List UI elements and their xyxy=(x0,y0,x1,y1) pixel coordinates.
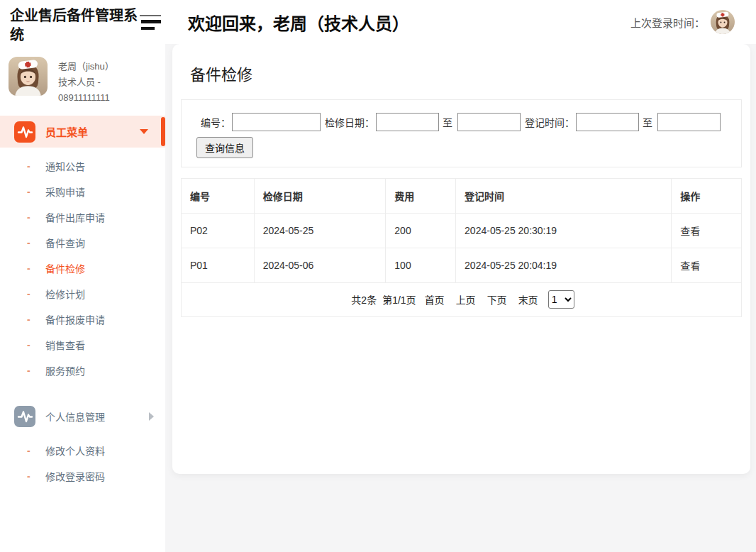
sidebar-item-service-booking[interactable]: - 服务预约 xyxy=(0,358,165,383)
item-dash: - xyxy=(27,314,34,325)
cell-time: 2024-05-25 20:04:19 xyxy=(456,248,672,283)
sidebar-item-label: 采购申请 xyxy=(45,184,85,199)
last-login-label: 上次登录时间： xyxy=(630,15,705,30)
item-dash: - xyxy=(27,339,34,350)
sidebar-item-label: 服务预约 xyxy=(45,363,85,377)
cell-date: 2024-05-06 xyxy=(254,248,386,283)
total-count: 共2条 xyxy=(351,292,377,307)
sidebar-item-parts-maintenance[interactable]: - 备件检修 xyxy=(0,255,165,281)
cell-id: P02 xyxy=(182,214,255,248)
next-page-link[interactable]: 下页 xyxy=(487,292,507,307)
cell-fee: 200 xyxy=(386,214,456,248)
sidebar-item-change-password[interactable]: - 修改登录密码 xyxy=(0,463,165,489)
scrollbar-thumb[interactable] xyxy=(161,117,165,146)
cell-fee: 100 xyxy=(386,248,456,283)
item-dash: - xyxy=(27,211,34,223)
activity-icon xyxy=(14,121,35,143)
sidebar-item-edit-profile[interactable]: - 修改个人资料 xyxy=(0,438,165,463)
menu-toggle-bar xyxy=(141,20,161,23)
item-dash: - xyxy=(27,263,34,274)
sidebar-item-label: 销售查看 xyxy=(45,338,85,352)
user-avatar-image xyxy=(711,10,735,34)
col-date: 检修日期 xyxy=(254,179,386,214)
view-link[interactable]: 查看 xyxy=(680,226,700,237)
sidebar-item-maintenance-plan[interactable]: - 检修计划 xyxy=(0,281,165,307)
query-button[interactable]: 查询信息 xyxy=(196,137,253,158)
col-fee: 费用 xyxy=(386,179,456,214)
id-input[interactable] xyxy=(232,113,321,131)
cell-time: 2024-05-25 20:30:19 xyxy=(456,214,672,248)
menu-toggle-icon[interactable] xyxy=(140,13,162,31)
date-label: 检修日期： xyxy=(325,115,374,129)
sidebar-avatar xyxy=(9,57,48,96)
sidebar-item-label: 备件报废申请 xyxy=(45,312,105,326)
col-action: 操作 xyxy=(672,179,742,214)
view-link[interactable]: 查看 xyxy=(680,260,700,272)
to-label: 至 xyxy=(443,115,452,129)
user-info: 老周（jishu） 技术人员 - 08911111111 xyxy=(0,48,165,108)
item-dash: - xyxy=(27,365,34,376)
sidebar-item-scrap-request[interactable]: - 备件报废申请 xyxy=(0,307,165,332)
user-phone: 08911111111 xyxy=(58,90,114,106)
sidebar-item-label: 修改个人资料 xyxy=(45,443,105,458)
sidebar-item-notice[interactable]: - 通知公告 xyxy=(0,153,165,179)
table-row: P02 2024-05-25 200 2024-05-25 20:30:19 查… xyxy=(182,214,742,248)
sidebar-item-label: 备件检修 xyxy=(45,261,85,275)
sidebar-menu: 员工菜单 - 通知公告 - 采购申请 - 备件出库申请 - 备件查询 - 备件检… xyxy=(0,116,165,489)
table-header-row: 编号 检修日期 费用 登记时间 操作 xyxy=(182,179,742,214)
date-end-input[interactable] xyxy=(457,113,521,131)
menu-section-label: 员工菜单 xyxy=(45,124,88,139)
search-form: 编号： 检修日期： 至 登记时间： 至 查询信息 xyxy=(181,99,742,167)
date-start-input[interactable] xyxy=(376,113,439,131)
page-indicator: 第1/1页 xyxy=(382,292,416,307)
activity-icon xyxy=(14,406,35,427)
welcome-title: 欢迎回来，老周（技术人员） xyxy=(188,10,409,35)
last-page-link[interactable]: 末页 xyxy=(518,292,538,307)
menu-section-label: 个人信息管理 xyxy=(45,409,105,424)
sidebar-item-outbound-request[interactable]: - 备件出库申请 xyxy=(0,204,165,230)
item-dash: - xyxy=(27,288,34,299)
time-start-input[interactable] xyxy=(576,113,639,131)
cell-id: P01 xyxy=(182,248,255,283)
sidebar-item-sales-view[interactable]: - 销售查看 xyxy=(0,332,165,358)
to-label: 至 xyxy=(643,115,652,129)
cell-date: 2024-05-25 xyxy=(254,214,386,248)
sidebar-item-parts-query[interactable]: - 备件查询 xyxy=(0,230,165,255)
sidebar-item-label: 修改登录密码 xyxy=(45,469,105,483)
menu-toggle-bar xyxy=(141,27,155,30)
first-page-link[interactable]: 首页 xyxy=(425,292,445,307)
brand: 企业售后备件管理系统 xyxy=(0,0,165,48)
id-label: 编号： xyxy=(201,115,230,129)
sidebar-item-label: 通知公告 xyxy=(45,159,85,173)
page-select[interactable]: 1 xyxy=(548,290,574,309)
item-dash: - xyxy=(27,160,34,172)
app-title: 企业售后备件管理系统 xyxy=(10,6,138,45)
header-avatar[interactable] xyxy=(711,10,735,34)
sidebar-item-label: 备件出库申请 xyxy=(45,210,105,224)
item-dash: - xyxy=(27,470,34,482)
sidebar-item-purchase-request[interactable]: - 采购申请 xyxy=(0,179,165,204)
sidebar-item-label: 检修计划 xyxy=(45,287,85,301)
menu-section-personal[interactable]: 个人信息管理 xyxy=(0,400,165,432)
chevron-right-icon xyxy=(149,412,154,421)
col-time: 登记时间 xyxy=(456,179,672,214)
item-dash: - xyxy=(27,237,34,248)
item-dash: - xyxy=(27,445,34,456)
maintenance-table: 编号 检修日期 费用 登记时间 操作 P02 2024-05-25 200 20… xyxy=(181,178,742,283)
page-title: 备件检修 xyxy=(190,62,742,84)
prev-page-link[interactable]: 上页 xyxy=(456,292,476,307)
content-area: 备件检修 编号： 检修日期： 至 登记时间： 至 查询信息 编号 xyxy=(165,44,756,552)
col-id: 编号 xyxy=(182,179,255,214)
chevron-down-icon xyxy=(140,129,148,134)
sidebar-item-label: 备件查询 xyxy=(45,236,85,250)
menu-toggle-bar xyxy=(140,15,161,16)
table-row: P01 2024-05-06 100 2024-05-25 20:04:19 查… xyxy=(182,248,742,283)
sidebar: 企业售后备件管理系统 xyxy=(0,0,165,552)
pagination: 共2条 第1/1页 首页 上页 下页 末页 1 xyxy=(181,283,742,317)
user-avatar-image xyxy=(9,57,48,96)
topbar: 欢迎回来，老周（技术人员） 上次登录时间： xyxy=(165,0,756,44)
user-name: 老周（jishu） xyxy=(58,59,114,74)
menu-section-employee[interactable]: 员工菜单 xyxy=(0,116,165,148)
user-role: 技术人员 - xyxy=(58,74,114,90)
time-end-input[interactable] xyxy=(657,113,721,131)
